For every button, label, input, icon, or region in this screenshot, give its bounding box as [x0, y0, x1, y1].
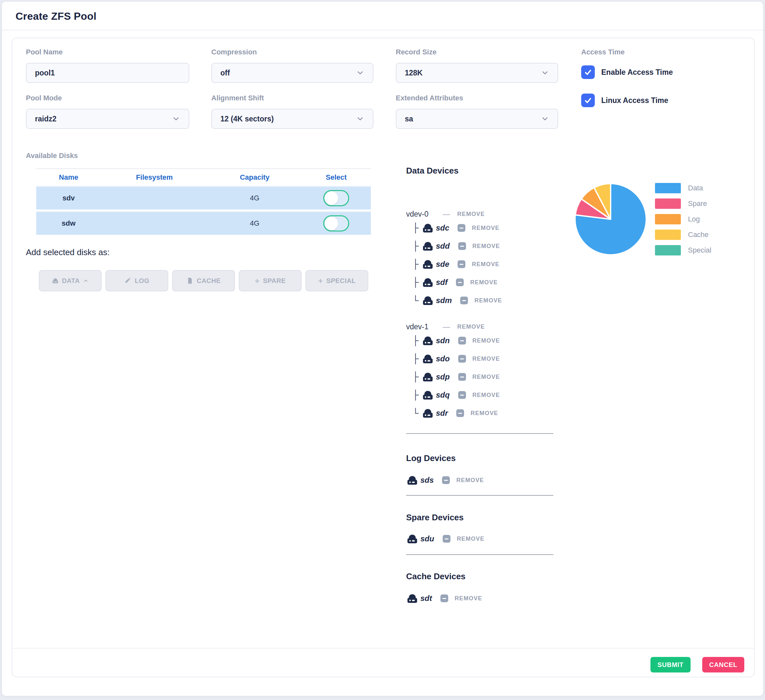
- add-as-log-button[interactable]: LOG: [105, 270, 168, 292]
- legend-swatch: [655, 230, 681, 240]
- pool-name-input[interactable]: [26, 63, 189, 83]
- minus-icon[interactable]: [441, 594, 448, 602]
- minus-icon[interactable]: [460, 296, 468, 304]
- available-disks-table: Name Filesystem Capacity Select sdv 4G s…: [36, 169, 371, 236]
- device-row: ├ sde REMOVE: [406, 255, 581, 273]
- device-row: ├ sdn REMOVE: [406, 331, 581, 350]
- remove-device-button[interactable]: REMOVE: [472, 374, 500, 380]
- device-name: sdn: [436, 336, 450, 345]
- record-size-select[interactable]: 128K: [396, 63, 558, 83]
- remove-device-button[interactable]: REMOVE: [472, 225, 499, 232]
- remove-device-button[interactable]: REMOVE: [474, 297, 502, 304]
- compression-label: Compression: [211, 48, 257, 56]
- column-header-name: Name: [36, 173, 101, 181]
- minus-icon[interactable]: [458, 224, 465, 232]
- footer-divider: [12, 648, 754, 648]
- record-size-label: Record Size: [396, 48, 436, 56]
- legend-swatch: [655, 183, 681, 193]
- tree-branch-icon: ├: [411, 277, 420, 287]
- minus-icon[interactable]: [458, 260, 465, 268]
- pool-mode-value: raidz2: [35, 115, 56, 123]
- hard-drive-icon: [406, 474, 419, 486]
- legend-item: Special: [655, 245, 711, 255]
- legend-label: Data: [688, 183, 703, 193]
- submit-button[interactable]: SUBMIT: [650, 657, 691, 673]
- extended-attributes-select[interactable]: sa: [396, 109, 558, 129]
- log-devices-title: Log Devices: [406, 452, 581, 464]
- table-row: sdv 4G: [36, 186, 371, 210]
- disk-capacity: 4G: [208, 219, 302, 228]
- minus-icon[interactable]: [458, 242, 466, 250]
- remove-device-button[interactable]: REMOVE: [472, 261, 499, 268]
- minus-icon[interactable]: [443, 535, 450, 542]
- legend-item: Spare: [655, 199, 711, 209]
- minus-icon[interactable]: [458, 373, 466, 381]
- remove-device-button[interactable]: REMOVE: [457, 536, 485, 542]
- linux-access-time-checkbox[interactable]: [581, 93, 595, 107]
- add-as-cache-label: CACHE: [197, 277, 221, 285]
- remove-device-button[interactable]: REMOVE: [470, 279, 498, 286]
- dialog-body-panel: Pool Name Compression off Record Size 12…: [12, 38, 755, 677]
- collapse-vdev-button[interactable]: —: [443, 210, 450, 219]
- dialog-header: Create ZFS Pool: [2, 2, 763, 30]
- remove-device-button[interactable]: REMOVE: [472, 355, 500, 362]
- section-divider: [406, 554, 553, 555]
- alignment-shift-select[interactable]: 12 (4K sectors): [211, 109, 373, 129]
- minus-icon[interactable]: [442, 476, 450, 484]
- hard-drive-icon: [422, 389, 434, 401]
- device-name: sdu: [420, 534, 434, 543]
- add-as-special-button[interactable]: + SPECIAL: [305, 270, 368, 292]
- enable-access-time-text: Enable Access Time: [601, 68, 673, 77]
- minus-icon[interactable]: [458, 391, 466, 399]
- add-as-log-label: LOG: [135, 277, 149, 285]
- remove-vdev-button[interactable]: REMOVE: [457, 211, 485, 218]
- legend-swatch: [655, 199, 681, 209]
- hard-drive-icon: [422, 276, 434, 289]
- legend-item: Cache: [655, 230, 711, 240]
- cancel-button[interactable]: CANCEL: [702, 657, 744, 673]
- disk-capacity: 4G: [208, 194, 302, 202]
- tree-end-icon: └: [411, 295, 420, 306]
- add-as-data-button[interactable]: DATA: [39, 270, 102, 292]
- minus-icon[interactable]: [456, 279, 464, 286]
- pool-mode-select[interactable]: raidz2: [26, 109, 189, 129]
- add-as-spare-button[interactable]: + SPARE: [239, 270, 302, 292]
- hard-drive-icon: [406, 533, 419, 545]
- table-row: sdw 4G: [36, 211, 371, 235]
- access-time-label: Access Time: [581, 48, 625, 56]
- device-row: ├ sdo REMOVE: [406, 350, 581, 368]
- remove-vdev-button[interactable]: REMOVE: [457, 323, 485, 330]
- add-as-cache-button[interactable]: CACHE: [172, 270, 235, 292]
- tree-branch-icon: ├: [411, 390, 420, 400]
- vdev-group: vdev-0 — REMOVE ├ sdc REMOVE ├ sdd REMOV: [406, 209, 581, 309]
- legend-swatch: [655, 214, 681, 224]
- select-disk-toggle[interactable]: [323, 190, 349, 206]
- add-as-data-label: DATA: [62, 277, 80, 285]
- remove-device-button[interactable]: REMOVE: [472, 392, 500, 399]
- remove-device-button[interactable]: REMOVE: [472, 243, 500, 250]
- chevron-down-icon: [356, 115, 364, 123]
- remove-device-button[interactable]: REMOVE: [455, 595, 482, 602]
- minus-icon[interactable]: [458, 355, 466, 363]
- minus-icon[interactable]: [458, 337, 466, 345]
- add-as-special-label: SPECIAL: [326, 277, 356, 285]
- enable-access-time-checkbox[interactable]: [581, 65, 595, 79]
- device-row: ├ sdq REMOVE: [406, 386, 581, 404]
- compression-select[interactable]: off: [211, 63, 373, 83]
- remove-device-button[interactable]: REMOVE: [472, 337, 500, 344]
- hard-drive-icon: [422, 240, 434, 252]
- linux-access-time-option: Linux Access Time: [581, 93, 668, 107]
- legend-label: Cache: [688, 230, 709, 240]
- select-disk-toggle[interactable]: [323, 215, 349, 232]
- device-name: sdr: [436, 408, 448, 418]
- remove-device-button[interactable]: REMOVE: [471, 410, 498, 417]
- add-disks-label: Add selected disks as:: [26, 248, 110, 257]
- hard-drive-icon: [422, 371, 434, 383]
- device-name: sdo: [436, 354, 450, 363]
- toggle-knob: [324, 217, 338, 230]
- collapse-vdev-button[interactable]: —: [443, 323, 450, 331]
- chevron-down-icon: [541, 115, 549, 123]
- minus-icon[interactable]: [456, 409, 464, 417]
- chevron-down-icon: [172, 115, 180, 123]
- remove-device-button[interactable]: REMOVE: [456, 477, 484, 484]
